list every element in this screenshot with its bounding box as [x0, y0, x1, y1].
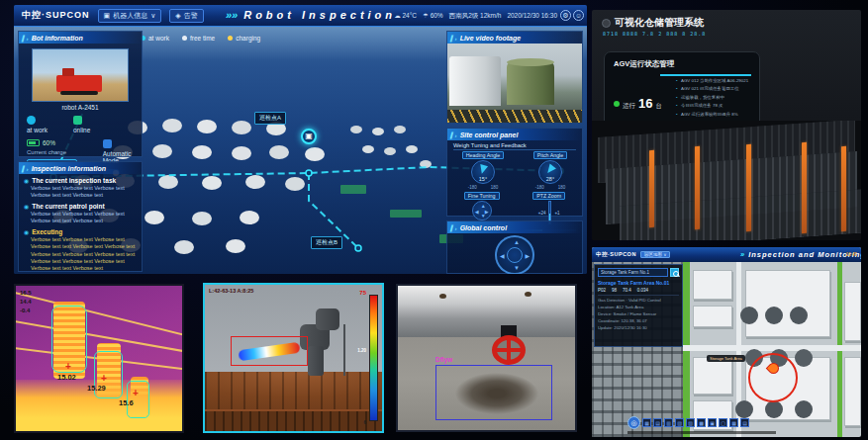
chevron-down-icon: ∨: [150, 12, 155, 20]
supcon-logo: 中控·SUPCON: [596, 251, 636, 258]
weather-temp: ☁ 24°C: [394, 12, 417, 21]
battery-icon: [27, 139, 40, 146]
right-arrow-icon: ▶: [525, 252, 530, 259]
map-tool-button[interactable]: ▢: [719, 418, 727, 427]
measure-cross-icon: +: [65, 361, 71, 372]
pitch-angle-dial[interactable]: 28°: [538, 160, 562, 184]
map-tool-button[interactable]: ▧: [675, 418, 684, 427]
inspection-point-b-label[interactable]: 巡检点B: [311, 236, 342, 249]
temperature-reading: 15.02: [57, 373, 76, 382]
roof-machinery-image: [316, 308, 339, 330]
orange-column: [841, 146, 846, 231]
locate-tool-button[interactable]: ◎: [627, 416, 640, 429]
heading-angle-label: Heading Angle: [462, 151, 504, 159]
measure-cross-icon: +: [133, 388, 139, 398]
live-video-panel: ▍› Live video footage: [446, 31, 583, 124]
down-arrow-icon: ▼: [514, 265, 520, 271]
orange-column: [695, 146, 700, 229]
warehouse-3d-racks[interactable]: [592, 121, 861, 240]
result-stats-row: P0298 70.40.034: [598, 288, 679, 296]
temperature-reading: 15.6: [119, 398, 134, 407]
site-control-header: ▍› Site control panel: [447, 129, 582, 140]
red-robot-image: [56, 75, 102, 92]
colorbar-mid-value: 1.20: [357, 348, 366, 353]
live-video-feed[interactable]: [447, 44, 582, 123]
map-tool-button[interactable]: ▦: [729, 418, 738, 427]
dashboard-header: 中控·SUPCON ▣ 机器人信息 ∨ ◈ 告警 »»Robot Inspect…: [14, 5, 587, 27]
humidity-icon: ☂: [423, 12, 429, 19]
global-control-header: ▍› Global control: [447, 221, 582, 233]
user-avatar-icon[interactable]: ☺: [573, 10, 584, 21]
alarm-button[interactable]: ◈ 告警: [169, 9, 203, 23]
map-tool-button[interactable]: ▦: [642, 418, 651, 427]
zoom-max-value: +24: [538, 211, 546, 216]
header-arrow-icon: ▍›: [450, 224, 457, 231]
running-status-dot-icon: [614, 101, 620, 107]
orange-column: [802, 142, 807, 233]
temperature-reading: 15.29: [87, 384, 106, 393]
antenna-mast: [343, 324, 345, 376]
global-control-dpad[interactable]: ▲ ▼ ◀ ▶: [495, 235, 534, 274]
warehouse-stats-readout: 8718 8888 7.8 2 888 8 28.8: [603, 31, 706, 37]
map-area-dropdown[interactable]: 园区地图 ∨: [640, 251, 671, 258]
map-tool-button[interactable]: ▤: [653, 418, 662, 427]
search-icon[interactable]: [670, 268, 679, 277]
result-detail-row: Location: A12 Tank Area: [598, 305, 679, 309]
status-at-work: at work: [27, 116, 48, 133]
map-tool-button[interactable]: ▥: [664, 418, 673, 427]
agv-event-item[interactable]: 运输装载，货位复检中: [676, 95, 755, 101]
dial-pointer-icon: [478, 164, 488, 175]
bot-information-panel: ▍› Bot information robot A-2451 at work …: [18, 31, 143, 157]
map-tool-button[interactable]: ▨: [686, 418, 695, 427]
executing-text: Verbose text Verbose text Verbose text V…: [31, 236, 137, 273]
current-task-text: Verbose text Verbose text Verbose text V…: [31, 185, 137, 200]
executing-label: ◉Executing: [24, 228, 137, 235]
map-info-panel: Storage Tank Farm Area No.01 P0298 70.40…: [594, 264, 683, 347]
inspection-point-a-label[interactable]: 巡检点A: [254, 112, 286, 125]
supcon-logo: 中控·SUPCON: [22, 9, 90, 22]
right-arrow-icon: ▶: [485, 209, 489, 215]
weather-status-bar: ☁ 24°C ☂ 60% 西南风2级 12km/h 2020/12/30 16:…: [394, 12, 557, 21]
map-canvas[interactable]: Storage Tank Area Storage Tank Farm Area…: [592, 262, 861, 437]
dial-scale: -180180: [468, 185, 499, 190]
agv-event-item[interactable]: AGV 运行效率较昨日提升 8%: [676, 112, 755, 118]
live-video-header: ▍› Live video footage: [447, 32, 582, 44]
pipe-spot: [525, 292, 531, 297]
heading-angle-dial[interactable]: 15°: [471, 160, 495, 184]
power-line: [14, 291, 184, 342]
map-tooltip: Storage Tank Area: [707, 355, 745, 362]
fine-tuning-dpad[interactable]: ▲ ▼ ◀ ▶: [472, 201, 492, 220]
zoom-min-value: +1: [554, 211, 559, 216]
map-tool-button[interactable]: ▩: [697, 418, 706, 427]
agv-event-item[interactable]: AGV 021 已完成任务返回工位: [676, 86, 755, 92]
gas-leak-alarm-box: [231, 336, 308, 366]
map-tool-button[interactable]: ▤: [740, 418, 749, 427]
inspection-information-panel: ▍› Inspection information ◉The current i…: [18, 161, 143, 272]
robot-name: robot A-2451: [19, 104, 142, 111]
robot-photo[interactable]: [32, 48, 129, 102]
site-control-subtitle: Weigh Tuning and Feedback: [453, 142, 576, 150]
bullet-dot-icon: ◉: [24, 177, 29, 184]
osd-text: L:42-63-13 A:8:25: [209, 288, 253, 294]
agv-event-item[interactable]: 今日已完成任务 78 次: [676, 103, 755, 109]
patrol-point-label: ◉The current patrol point: [24, 203, 137, 210]
dial-scale: -180180: [535, 185, 566, 190]
building-block: [693, 270, 732, 300]
dial-pointer-icon: [544, 163, 556, 175]
page-title: »»Robot Inspection: [226, 9, 396, 21]
robot-position-marker[interactable]: ▣: [301, 129, 317, 144]
agv-running-count: 运行 16 台: [614, 96, 662, 111]
thermal-camera-view: 16.5 14.4 -0.4 + + + 15.02 15.29 15.6: [14, 284, 184, 433]
map-search-input[interactable]: [598, 268, 668, 277]
building-block: [745, 270, 830, 337]
pipe-image: [398, 286, 575, 337]
gear-icon[interactable]: ⚙: [560, 10, 571, 21]
agv-event-item[interactable]: AGV 012 当前作业区域 A06-29021: [676, 78, 755, 84]
robot-info-dropdown[interactable]: ▣ 机器人信息 ∨: [98, 9, 162, 23]
mode-icon: [103, 139, 112, 148]
search-result-title[interactable]: Storage Tank Farm Area No.01: [598, 280, 679, 286]
map-tool-button[interactable]: ▣: [708, 418, 717, 427]
datetime: 2020/12/30 16:30: [507, 12, 557, 21]
up-arrow-icon: ▲: [514, 239, 520, 245]
robot-inspection-dashboard: 中控·SUPCON ▣ 机器人信息 ∨ ◈ 告警 »»Robot Inspect…: [14, 5, 587, 274]
